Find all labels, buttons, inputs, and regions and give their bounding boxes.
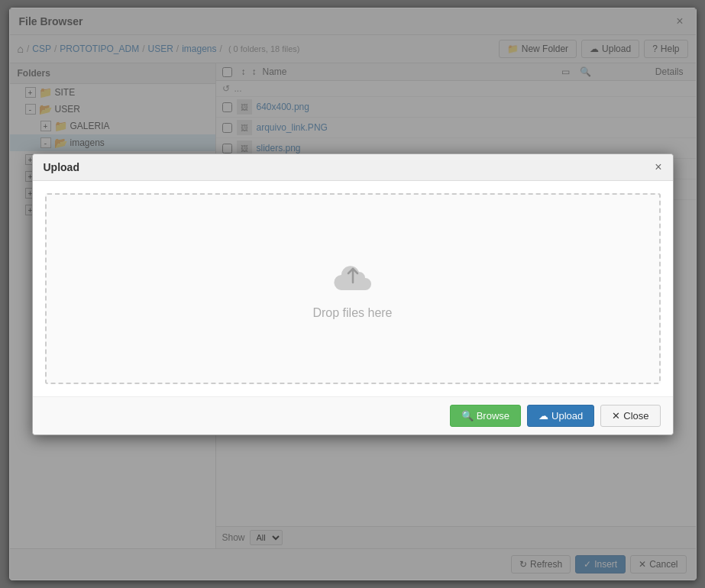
upload-modal: Upload × Drop files here 🔍 Brow bbox=[32, 153, 674, 435]
close-modal-label: Close bbox=[623, 410, 648, 422]
drop-text: Drop files here bbox=[312, 306, 392, 320]
modal-titlebar: Upload × bbox=[33, 154, 673, 181]
file-browser-window: File Browser × ⌂ / CSP / PROTOTIPO_ADM /… bbox=[9, 8, 697, 580]
upload-modal-button[interactable]: ☁ Upload bbox=[527, 405, 594, 427]
modal-close-button[interactable]: × bbox=[655, 160, 661, 174]
close-modal-button[interactable]: ✕ Close bbox=[600, 405, 660, 427]
upload-modal-icon: ☁ bbox=[538, 410, 548, 422]
modal-title: Upload bbox=[44, 161, 79, 173]
upload-modal-label: Upload bbox=[551, 410, 583, 422]
modal-overlay: Upload × Drop files here 🔍 Brow bbox=[10, 8, 696, 580]
browse-button[interactable]: 🔍 Browse bbox=[450, 405, 521, 427]
upload-modal-footer: 🔍 Browse ☁ Upload ✕ Close bbox=[33, 396, 673, 435]
search-icon: 🔍 bbox=[461, 410, 474, 422]
upload-drop-zone[interactable]: Drop files here bbox=[45, 193, 661, 384]
browse-label: Browse bbox=[477, 410, 509, 422]
cloud-upload-icon bbox=[331, 257, 374, 299]
close-modal-icon: ✕ bbox=[612, 410, 620, 422]
